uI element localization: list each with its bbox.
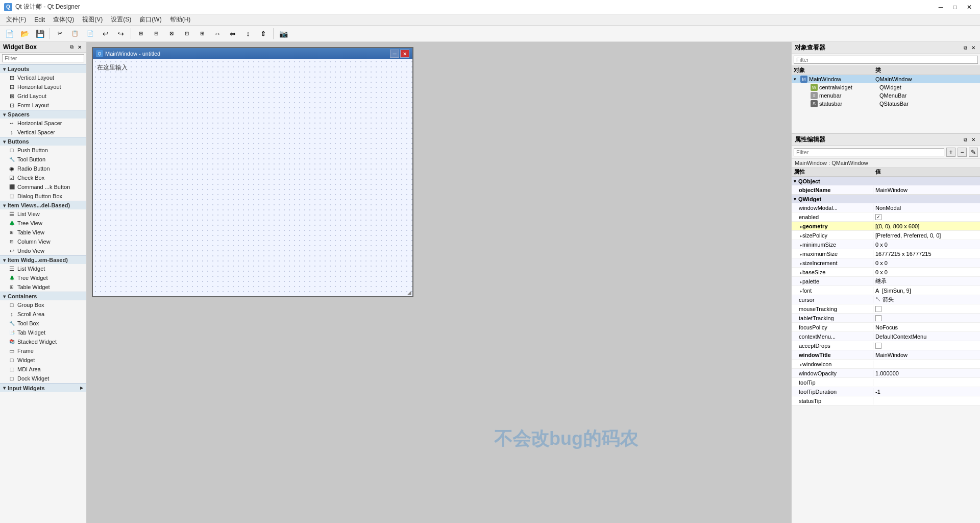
widget-table-view[interactable]: ⊞ Table View (0, 228, 86, 237)
tb-valign[interactable]: ↕ (241, 27, 255, 40)
pe-row-contextmenu[interactable]: contextMenu... DefaultContextMenu (792, 332, 980, 341)
widget-vertical-layout[interactable]: ⊞ Vertical Layout (0, 73, 86, 82)
font-expand-icon[interactable]: ▸ (799, 289, 802, 294)
widget-tree-view[interactable]: 🌲 Tree View (0, 219, 86, 228)
menu-settings[interactable]: 设置(S) (107, 14, 135, 25)
pe-val-windowopacity[interactable]: 1.000000 (873, 370, 980, 377)
widget-horizontal-layout[interactable]: ⊟ Horizontal Layout (0, 82, 86, 91)
pe-row-statustip[interactable]: statusTip (792, 396, 980, 406)
pe-row-enabled[interactable]: enabled (792, 212, 980, 222)
pe-row-basesize[interactable]: ▸baseSize 0 x 0 (792, 268, 980, 277)
canvas-resize-handle[interactable]: ◢ (407, 290, 411, 295)
oi-expand-mainwindow[interactable]: ▾ (794, 77, 799, 82)
pe-row-acceptdrops[interactable]: acceptDrops (792, 341, 980, 350)
widget-column-view[interactable]: ⊟ Column View (0, 237, 86, 246)
tb-copy[interactable]: 📋 (68, 27, 82, 40)
close-button[interactable]: ✕ (963, 2, 976, 12)
widget-filter-input[interactable] (2, 54, 84, 62)
pe-row-sizeincrement[interactable]: ▸sizeIncrement 0 x 0 (792, 258, 980, 268)
pe-row-sizepolicy[interactable]: ▸sizePolicy [Preferred, Preferred, 0, 0] (792, 231, 980, 240)
widget-box-float[interactable]: ⧉ (68, 43, 75, 51)
widget-table-widget[interactable]: ⊞ Table Widget (0, 282, 86, 292)
pe-val-tooltip[interactable] (873, 382, 980, 383)
widget-box-close[interactable]: ✕ (76, 43, 83, 51)
pe-filter-input[interactable] (794, 148, 944, 156)
minimumsize-expand-icon[interactable]: ▸ (799, 243, 802, 248)
tb-layout5[interactable]: ⊞ (195, 27, 209, 40)
tb-layout4[interactable]: ⊡ (180, 27, 194, 40)
pe-val-mousetracking[interactable] (873, 305, 980, 313)
menu-edit[interactable]: Edit (30, 15, 49, 25)
category-layouts[interactable]: Layouts (0, 64, 86, 73)
oi-row-centralwidget[interactable]: W centralwidget QWidget (792, 83, 980, 91)
oi-filter-input[interactable] (794, 56, 978, 64)
pe-val-sizeincrement[interactable]: 0 x 0 (873, 259, 980, 267)
pe-row-objectname[interactable]: objectName MainWindow (792, 185, 980, 195)
widget-dock-widget[interactable]: □ Dock Widget (0, 374, 86, 383)
palette-expand-icon[interactable]: ▸ (799, 279, 802, 284)
canvas-minimize-button[interactable]: ─ (390, 50, 399, 58)
basesize-expand-icon[interactable]: ▸ (799, 270, 802, 275)
widget-push-button[interactable]: □ Push Button (0, 146, 86, 155)
pe-row-minimumsize[interactable]: ▸minimumSize 0 x 0 (792, 240, 980, 249)
widget-vertical-spacer[interactable]: ↕ Vertical Spacer (0, 128, 86, 137)
tb-open[interactable]: 📂 (17, 27, 32, 40)
pe-row-tooltipduration[interactable]: toolTipDuration -1 (792, 387, 980, 396)
tb-save[interactable]: 💾 (33, 27, 47, 40)
widget-tree-widget[interactable]: 🌲 Tree Widget (0, 273, 86, 282)
minimize-button[interactable]: ─ (934, 2, 947, 12)
pe-section-qobject[interactable]: QObject (792, 177, 980, 185)
widget-tool-box[interactable]: 🔧 Tool Box (0, 319, 86, 328)
oi-row-mainwindow[interactable]: ▾ M MainWindow QMainWindow (792, 75, 980, 83)
widget-group-box[interactable]: □ Group Box (0, 300, 86, 310)
tb-halign2[interactable]: ⇔ (226, 27, 240, 40)
category-buttons[interactable]: Buttons (0, 137, 86, 146)
category-containers[interactable]: Containers (0, 292, 86, 300)
menu-help[interactable]: 帮助(H) (166, 14, 195, 25)
oi-close-button[interactable]: ✕ (970, 44, 977, 52)
widget-tool-button[interactable]: 🔧 Tool Button (0, 155, 86, 164)
pe-edit-button[interactable]: ✎ (969, 148, 978, 157)
pe-row-tooltip[interactable]: toolTip (792, 378, 980, 387)
widget-dialog-button[interactable]: ⬚ Dialog Button Box (0, 192, 86, 201)
pe-row-focuspolicy[interactable]: focusPolicy NoFocus (792, 323, 980, 332)
widget-grid-layout[interactable]: ⊠ Grid Layout (0, 91, 86, 101)
mousetracking-checkbox[interactable] (875, 306, 881, 312)
widget-mdi-area[interactable]: ⬚ MDI Area (0, 365, 86, 374)
pe-val-windowicon[interactable] (873, 364, 980, 365)
pe-val-minimumsize[interactable]: 0 x 0 (873, 241, 980, 248)
pe-val-palette[interactable]: 继承 (873, 277, 980, 286)
tb-new[interactable]: 📄 (2, 27, 16, 40)
pe-val-maximumsize[interactable]: 16777215 x 16777215 (873, 250, 980, 257)
tb-layout2[interactable]: ⊟ (149, 27, 163, 40)
pe-row-palette[interactable]: ▸palette 继承 (792, 277, 980, 286)
oi-row-menubar[interactable]: ≡ menubar QMenuBar (792, 91, 980, 100)
widget-frame[interactable]: ▭ Frame (0, 346, 86, 355)
canvas-body[interactable]: 在这里输入 ◢ (93, 59, 412, 296)
pe-val-windowtitle[interactable]: MainWindow (873, 351, 980, 359)
pe-val-basesize[interactable]: 0 x 0 (873, 269, 980, 276)
tb-cut[interactable]: ✂ (53, 27, 67, 40)
oi-row-statusbar[interactable]: S statusbar QStatusBar (792, 100, 980, 108)
pe-row-windowopacity[interactable]: windowOpacity 1.000000 (792, 369, 980, 378)
pe-row-cursor[interactable]: cursor ↖ 箭头 (792, 295, 980, 304)
widget-scroll-area[interactable]: ↕ Scroll Area (0, 310, 86, 319)
sizeincrement-expand-icon[interactable]: ▸ (799, 261, 802, 266)
geometry-expand-icon[interactable]: ▸ (799, 224, 802, 229)
canvas-close-button[interactable]: ✕ (400, 50, 409, 58)
menu-view[interactable]: 视图(V) (78, 14, 107, 25)
pe-row-maximumsize[interactable]: ▸maximumSize 16777215 x 16777215 (792, 249, 980, 258)
design-area[interactable]: Q MainWindow - untitled ─ ✕ 在这里输入 ◢ 不会改b… (87, 42, 791, 523)
widget-list-widget[interactable]: ☰ List Widget (0, 264, 86, 273)
pe-section-qwidget[interactable]: QWidget (792, 195, 980, 203)
widget-radio-button[interactable]: ◉ Radio Button (0, 164, 86, 173)
pe-val-geometry[interactable]: [(0, 0), 800 x 600] (873, 223, 980, 230)
tb-layout1[interactable]: ⊞ (134, 27, 148, 40)
pe-remove-button[interactable]: − (958, 148, 967, 157)
pe-val-tablettracking[interactable] (873, 315, 980, 322)
menu-widget[interactable]: 查体(Q) (49, 14, 78, 25)
pe-row-font[interactable]: ▸font A [SimSun, 9] (792, 286, 980, 295)
widget-horizontal-spacer[interactable]: ↔ Horizontal Spacer (0, 118, 86, 128)
pe-val-windowmodal[interactable]: NonModal (873, 204, 980, 211)
tablettracking-checkbox[interactable] (875, 315, 881, 321)
